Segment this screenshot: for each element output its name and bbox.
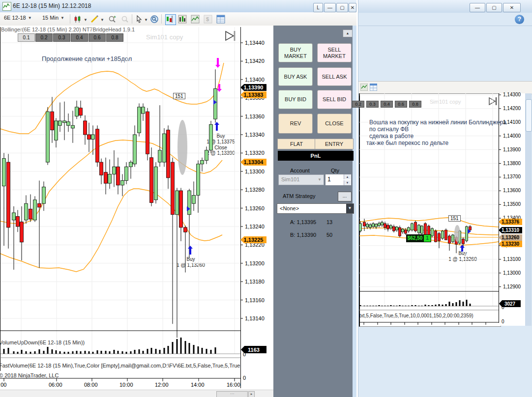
sell-bid-button[interactable]: SELL BID	[317, 90, 352, 109]
maximize-button[interactable]: ▢	[486, 3, 502, 12]
volume-zero-label: 0	[502, 305, 504, 310]
atm-more-button[interactable]: ...	[338, 192, 352, 201]
panel-scroll-up-button[interactable]: ▲	[343, 29, 353, 37]
ask-price-row: A: 1,13395	[290, 219, 316, 225]
price-axis-label: 1,13700	[503, 174, 521, 179]
qty-value: 1	[327, 176, 331, 183]
svg-text:+: +	[114, 15, 116, 19]
delta-button-0.1[interactable]: 0.1	[18, 33, 35, 42]
price-axis-label: 1,13300	[245, 169, 265, 174]
chart-trader-icon[interactable]	[165, 14, 176, 25]
price-axis-label: 1,13160	[245, 297, 265, 303]
time-axis-label: 16:00	[227, 382, 240, 388]
buy-market-button[interactable]: BUY MARKET	[278, 43, 313, 62]
main-window-titlebar[interactable]: 6E 12-18 (15 Min) 12.12.2018 L — ▢ ✕	[0, 0, 356, 13]
minimize-button[interactable]: —	[470, 3, 485, 12]
qty-up-icon[interactable]: ▲	[344, 174, 351, 179]
account-label: Account	[290, 168, 310, 173]
right-window-titlebar[interactable]: — ▢ ✕	[358, 0, 532, 13]
price-axis-label: 1,13000	[503, 270, 521, 276]
price-axis-label: 1,13280	[245, 187, 265, 193]
main-chart-area[interactable]	[0, 26, 273, 390]
ribbon-divider	[358, 26, 532, 26]
chevron-down-icon: ▼	[60, 16, 64, 20]
pnl-value-box: $62,50	[406, 234, 424, 242]
rev-button[interactable]: REV	[278, 113, 313, 134]
time-axis-label: 10:00	[119, 382, 133, 388]
price-axis-label: 1,14200	[503, 106, 521, 111]
scrollbar-thumb[interactable]	[526, 99, 532, 132]
time-axis-label: 08:00	[84, 382, 98, 388]
price-tag-1,13390: 1,13390	[240, 84, 266, 91]
chevron-down-icon: ▼	[346, 204, 354, 213]
delta-button-0.2[interactable]: 0.2	[352, 101, 364, 108]
delta-button-0.8[interactable]: 0.8	[409, 101, 421, 108]
flat-button[interactable]: FLAT	[277, 139, 316, 149]
price-axis-label: 1,13420	[245, 58, 265, 64]
qty-stepper[interactable]: 1 ▲ ▼	[325, 174, 352, 186]
bottom-zero-label: 0	[502, 319, 504, 324]
qty-down-icon[interactable]: ▼	[344, 180, 351, 185]
close-button[interactable]: ✕	[503, 3, 521, 12]
vertical-scrollbar[interactable]	[525, 93, 532, 326]
delta-button-0.6[interactable]: 0.6	[395, 101, 407, 108]
delta-button-0.3[interactable]: 0.3	[53, 33, 70, 42]
scrollbar-handle[interactable]: ⋯	[216, 391, 248, 397]
close-button[interactable]: ✕	[349, 3, 356, 12]
price-tag-1,13304: 1,13304	[240, 159, 266, 166]
delta-button-0.8[interactable]: 0.8	[106, 33, 123, 42]
price-tag-1,13383: 1,13383	[240, 91, 266, 98]
price-axis-label: 1,13240	[245, 224, 265, 229]
delta-button-0.2[interactable]: 0.2	[35, 33, 53, 42]
pnl-qty-box: 1	[423, 234, 431, 242]
chevron-down-icon: ▼	[28, 16, 32, 20]
screen: 6E 12-18 (15 Min) 12.12.2018 L — ▢ ✕ 6E …	[0, 0, 532, 397]
sell-ask-button[interactable]: SELL ASK	[317, 67, 352, 86]
close-button-panel[interactable]: CLOSE	[317, 113, 352, 134]
trade-label-right: Buy 1 @ 1,13260	[443, 251, 482, 262]
link-button[interactable]: L	[313, 3, 323, 12]
chevron-down-icon: ▼	[318, 175, 322, 184]
fastvolume-label: FastVolume(6E 12-18 (15 Min),True,Color …	[0, 363, 240, 369]
sell-market-button[interactable]: SELL MARKET	[317, 43, 352, 62]
price-axis-label: 1,13180	[245, 279, 265, 284]
chevron-down-icon[interactable]: ▼	[100, 18, 104, 22]
app-icon	[2, 2, 11, 11]
instrument-dropdown[interactable]: 6E 12-18▼	[4, 15, 32, 21]
chevron-down-icon[interactable]: ▼	[84, 18, 88, 22]
chart-watermark: Sim101 copy	[146, 33, 183, 41]
price-axis-label: 1,13600	[503, 188, 521, 193]
note-line: так-же был перекос по дельте	[366, 140, 448, 146]
minimize-button[interactable]: —	[324, 3, 336, 12]
maximize-button[interactable]: ▢	[336, 3, 348, 12]
price-axis-label: 1,13440	[245, 40, 265, 46]
scrollbar-arrow-button[interactable]: ▸	[248, 391, 255, 397]
price-axis-label: 1,13260	[245, 205, 265, 211]
entry-button[interactable]: ENTRY	[315, 139, 354, 149]
atm-strategy-select[interactable]: <None> ▼	[277, 203, 354, 214]
chart-watermark: Sim101 copy	[430, 99, 461, 105]
atm-strategy-label: ATM Strategy	[283, 193, 315, 199]
interval-dropdown[interactable]: 15 Min▼	[42, 15, 64, 21]
buy-bid-button[interactable]: BUY BID	[278, 90, 313, 109]
price-axis-label: 1,13140	[245, 315, 265, 321]
chevron-down-icon[interactable]: ▼	[144, 18, 148, 22]
note-line: сделка в работе	[369, 133, 414, 140]
account-value: Sim101	[281, 176, 299, 182]
price-axis-label: 1,14300	[503, 92, 521, 97]
indicator-label: Bollinger(6E 12-18 (15 Min) 2.20) NT7Bri…	[1, 27, 135, 32]
buy-ask-button[interactable]: BUY ASK	[278, 67, 313, 86]
time-axis-label: 06:00	[49, 382, 62, 388]
delta-button-0.4[interactable]: 0.4	[381, 101, 393, 108]
horizontal-scrollbar[interactable]: ⋯ ▸	[0, 390, 273, 397]
price-axis-label: 1,12900	[503, 284, 521, 289]
right-window: — ▢ ✕ ?	[358, 0, 532, 397]
trade-label-lower: Buy 1 @ 1,13260	[171, 256, 210, 268]
price-axis-label: 1,13200	[245, 260, 265, 266]
delta-button-0.3[interactable]: 0.3	[366, 101, 379, 108]
help-button[interactable]: ?	[515, 15, 524, 24]
account-select[interactable]: Sim101 ▼	[278, 174, 324, 185]
delta-button-0.4[interactable]: 0.4	[71, 33, 88, 42]
delta-button-0.6[interactable]: 0.6	[89, 33, 106, 42]
price-axis-label: 1,13500	[503, 201, 521, 207]
